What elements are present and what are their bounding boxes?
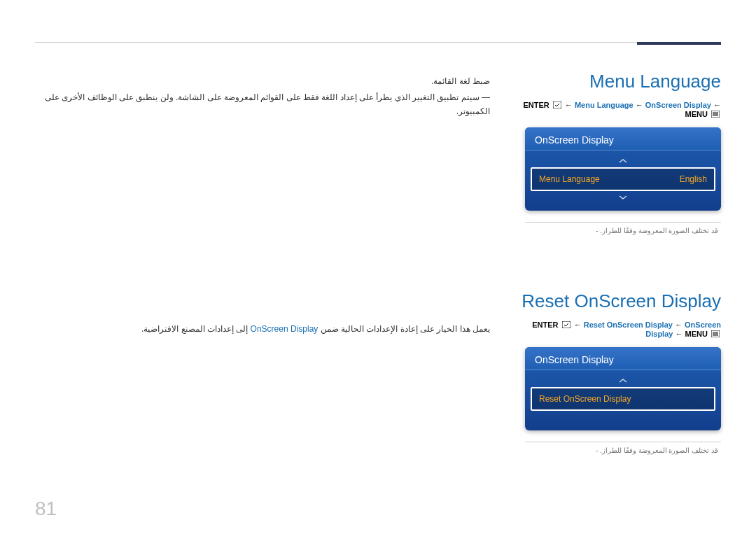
- section-title-menu-language: Menu Language: [589, 71, 721, 92]
- reset-highlight: OnScreen Display: [251, 324, 318, 334]
- osd-row-reset[interactable]: Reset OnScreen Display: [531, 387, 715, 411]
- note-menu-language: قد تختلف الصورة المعروضة وفقًا للطراز.: [525, 227, 721, 234]
- divider-2: [525, 442, 721, 442]
- right-column: Menu Language ENTER ← Menu Language ← On…: [518, 64, 721, 454]
- osd-header-2: OnScreen Display: [525, 347, 721, 370]
- bc-arrow-3: ←: [713, 101, 721, 109]
- chevron-up-icon[interactable]: [531, 155, 715, 167]
- osd-row-menu-language[interactable]: Menu Language English: [531, 167, 715, 191]
- bc-onscreen: OnScreen Display: [645, 101, 711, 109]
- menu-icon: [711, 111, 720, 119]
- osd-panel-menu-language: OnScreen Display Menu Language English: [525, 127, 721, 211]
- note-reset-osd: قد تختلف الصورة المعروضة وفقًا للطراز.: [525, 447, 721, 454]
- reset-text-prefix: يعمل هذا الخيار على إعادة الإعدادات الحا…: [318, 324, 490, 334]
- bc-menu-lang: Menu Language: [575, 101, 634, 109]
- arabic-body-dash: ―: [482, 92, 490, 102]
- divider: [525, 222, 721, 223]
- menu-icon: [711, 330, 720, 339]
- bc-reset: Reset OnScreen Display: [584, 321, 673, 329]
- arabic-body-menu-lang: ― سيتم تطبيق التغيير الذي يطرأ على إعداد…: [35, 90, 490, 119]
- section-title-reset-osd: Reset OnScreen Display: [522, 290, 721, 312]
- enter-icon: [562, 321, 570, 330]
- bc-menu: MENU: [685, 110, 708, 118]
- arabic-body-reset: يعمل هذا الخيار على إعادة الإعدادات الحا…: [35, 322, 490, 336]
- page-number: 81: [35, 498, 57, 520]
- bc-arrow-1: ←: [565, 101, 573, 109]
- enter-icon: [553, 101, 561, 110]
- bc-enter: ENTER: [523, 101, 549, 109]
- osd-header: OnScreen Display: [525, 127, 721, 150]
- osd-row-label-2: Reset OnScreen Display: [539, 394, 631, 404]
- left-column: ضبط لغة القائمة. ― سيتم تطبيق التغيير ال…: [35, 64, 490, 454]
- reset-text-suffix: إلى إعدادات المصنع الافتراضية.: [141, 324, 251, 334]
- bc-arrow-6: ←: [675, 330, 682, 338]
- osd-panel-reset: OnScreen Display Reset OnScreen Display: [525, 347, 721, 430]
- top-rule: [35, 42, 721, 43]
- bc-menu-2: MENU: [685, 330, 708, 338]
- bc-arrow-5: ←: [675, 321, 682, 329]
- bc-arrow-4: ←: [574, 321, 582, 329]
- svg-rect-0: [553, 101, 561, 108]
- svg-rect-5: [562, 321, 570, 328]
- chevron-down-icon[interactable]: [531, 191, 715, 204]
- breadcrumb-reset-osd: ENTER ← Reset OnScreen Display ← OnScree…: [518, 321, 721, 339]
- bc-arrow-2: ←: [636, 101, 643, 109]
- osd-row-label: Menu Language: [539, 174, 600, 184]
- osd-row-value: English: [680, 174, 707, 184]
- bc-enter-2: ENTER: [532, 321, 558, 329]
- chevron-up-icon[interactable]: [531, 374, 715, 387]
- top-accent-bar: [637, 42, 721, 45]
- arabic-heading-menu-lang: ضبط لغة القائمة.: [35, 76, 490, 86]
- arabic-body-text: سيتم تطبيق التغيير الذي يطرأ على إعداد ا…: [45, 92, 490, 116]
- breadcrumb-menu-language: ENTER ← Menu Language ← OnScreen Display…: [518, 101, 721, 119]
